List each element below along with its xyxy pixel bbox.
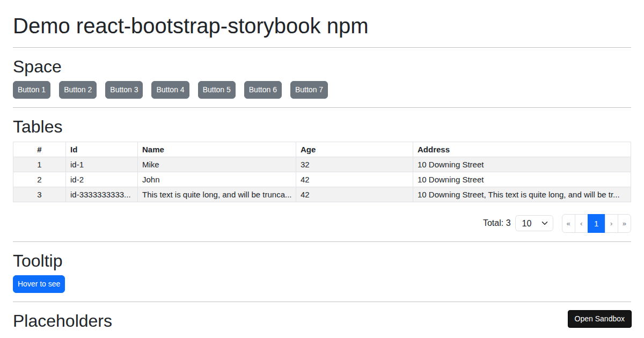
data-table: # Id Name Age Address 1 id-1 Mike 32 10 …	[13, 142, 631, 202]
next-page-button[interactable]: ›	[605, 214, 618, 233]
pagination: « ‹ 1 › »	[562, 214, 631, 233]
space-button-4[interactable]: Button 4	[151, 81, 189, 99]
column-header-id: Id	[66, 142, 138, 157]
section-space: Space Button 1 Button 2 Button 3 Button …	[13, 56, 631, 99]
cell-id: id-2	[66, 172, 138, 187]
cell-age: 42	[296, 172, 413, 187]
table-row: 1 id-1 Mike 32 10 Downing Street	[13, 157, 631, 172]
divider	[13, 107, 631, 108]
hover-to-see-button[interactable]: Hover to see	[13, 275, 65, 293]
section-tables: Tables # Id Name Age Address 1 id-1 Mike	[13, 116, 631, 232]
table-row: 2 id-2 John 42 10 Downing Street	[13, 172, 631, 187]
divider	[13, 302, 631, 302]
space-button-3[interactable]: Button 3	[105, 81, 143, 99]
table-row: 3 id-3333333333... This text is quite lo…	[13, 187, 631, 202]
tables-heading: Tables	[13, 116, 631, 137]
cell-index: 1	[13, 157, 66, 172]
space-button-5[interactable]: Button 5	[198, 81, 236, 99]
cell-index: 2	[13, 172, 66, 187]
table-header-row: # Id Name Age Address	[13, 142, 631, 157]
cell-index: 3	[13, 187, 66, 202]
first-page-button[interactable]: «	[562, 214, 575, 233]
page-title: Demo react-bootstrap-storybook npm	[13, 13, 631, 39]
cell-address: 10 Downing Street, This text is quite lo…	[413, 187, 631, 202]
column-header-index: #	[13, 142, 66, 157]
column-header-address: Address	[413, 142, 631, 157]
page-size-select-wrap: 10	[515, 215, 553, 231]
pagination-bar: Total: 3 10 « ‹ 1 › »	[13, 214, 631, 233]
placeholders-heading: Placeholders	[13, 311, 631, 331]
cell-name: This text is quite long, and will be tru…	[138, 187, 296, 202]
cell-age: 42	[296, 187, 413, 202]
column-header-age: Age	[296, 142, 413, 157]
space-button-7[interactable]: Button 7	[290, 81, 328, 99]
divider	[13, 241, 631, 242]
total-count-label: Total: 3	[483, 218, 511, 228]
open-sandbox-button[interactable]: Open Sandbox	[568, 310, 632, 328]
page-container: Demo react-bootstrap-storybook npm Space…	[0, 0, 644, 338]
space-button-6[interactable]: Button 6	[244, 81, 282, 99]
section-placeholders: Placeholders	[13, 311, 631, 331]
page-size-select[interactable]: 10	[515, 215, 553, 231]
prev-page-button[interactable]: ‹	[575, 214, 588, 233]
column-header-name: Name	[138, 142, 296, 157]
last-page-button[interactable]: »	[618, 214, 631, 233]
cell-id: id-1	[66, 157, 138, 172]
space-heading: Space	[13, 56, 631, 77]
cell-address: 10 Downing Street	[413, 172, 631, 187]
space-button-row: Button 1 Button 2 Button 3 Button 4 Butt…	[13, 81, 631, 99]
page-1-button[interactable]: 1	[588, 214, 605, 233]
divider	[13, 47, 631, 48]
space-button-1[interactable]: Button 1	[13, 81, 50, 99]
tooltip-heading: Tooltip	[13, 251, 631, 271]
cell-name: Mike	[138, 157, 296, 172]
cell-age: 32	[296, 157, 413, 172]
cell-id: id-3333333333...	[66, 187, 138, 202]
space-button-2[interactable]: Button 2	[59, 81, 97, 99]
cell-name: John	[138, 172, 296, 187]
cell-address: 10 Downing Street	[413, 157, 631, 172]
section-tooltip: Tooltip Hover to see	[13, 251, 631, 293]
